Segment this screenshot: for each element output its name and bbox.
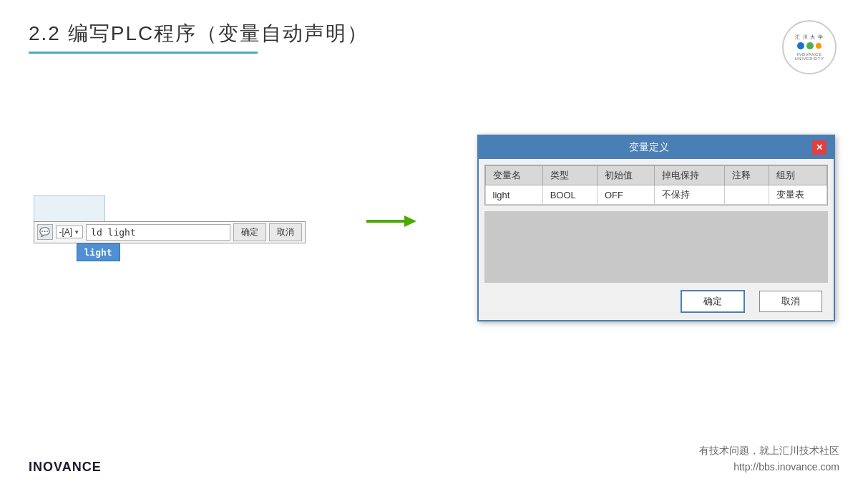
col-initial: 初始值	[597, 166, 654, 185]
footer-tagline2: http://bbs.inovance.com	[699, 459, 839, 475]
brand-name: INOVANCE	[29, 460, 102, 475]
footer-links: 有技术问题，就上汇川技术社区 http://bbs.inovance.com	[699, 442, 839, 475]
dialog-title: 变量定义	[486, 141, 812, 154]
main-content: 💬 -[A] ▼ ld light 确定 取消 light 变量定义 ✕	[0, 92, 868, 336]
title-underline	[29, 52, 258, 54]
footer-tagline1: 有技术问题，就上汇川技术社区	[699, 442, 839, 458]
ide-input-row: 💬 -[A] ▼ ld light 确定 取消	[34, 221, 306, 243]
table-row: light BOOL OFF 不保持 变量表	[485, 185, 826, 205]
table-body: light BOOL OFF 不保持 变量表	[485, 185, 826, 205]
dialog-table-area: 变量名 类型 初始值 掉电保持 注释 组别 light BOOL OFF 不保持	[484, 165, 828, 205]
dot-orange	[816, 43, 821, 49]
university-logo: 汇 川 大 学 INOVANCE UNIVERSITY	[782, 20, 837, 74]
cell-comment	[724, 185, 769, 205]
dot-green	[806, 42, 814, 49]
ide-panel: 💬 -[A] ▼ ld light 确定 取消 light	[34, 195, 306, 261]
col-persist: 掉电保持	[655, 166, 725, 185]
variable-table: 变量名 类型 初始值 掉电保持 注释 组别 light BOOL OFF 不保持	[485, 165, 827, 205]
cell-group: 变量表	[769, 185, 826, 205]
col-comment: 注释	[724, 166, 769, 185]
ide-type-dropdown[interactable]: -[A] ▼	[56, 226, 84, 238]
variable-definition-dialog: 变量定义 ✕ 变量名 类型 初始值 掉电保持 注释 组别 ligh	[477, 135, 835, 321]
page-footer: INOVANCE 有技术问题，就上汇川技术社区 http://bbs.inova…	[0, 442, 868, 475]
svg-marker-1	[404, 216, 416, 227]
dialog-confirm-button[interactable]: 确定	[681, 290, 745, 313]
logo-area: 汇 川 大 学 INOVANCE UNIVERSITY	[782, 20, 839, 77]
col-varname: 变量名	[485, 166, 542, 185]
dropdown-arrow-icon: ▼	[74, 229, 79, 236]
dialog-titlebar: 变量定义 ✕	[479, 136, 834, 159]
page-title: 2.2 编写PLC程序（变量自动声明）	[29, 20, 369, 47]
dialog-cancel-button[interactable]: 取消	[759, 291, 822, 312]
arrow-container	[363, 207, 420, 236]
col-group: 组别	[769, 166, 826, 185]
dialog-footer: 确定 取消	[479, 283, 834, 320]
cell-initial: OFF	[597, 185, 654, 205]
cell-varname: light	[485, 185, 542, 205]
ide-text-field[interactable]: ld light	[86, 224, 230, 241]
dot-blue	[797, 42, 804, 49]
arrow-icon	[363, 207, 420, 236]
ide-contact-bar	[34, 195, 105, 221]
cell-persist: 不保持	[655, 185, 725, 205]
ide-cancel-button[interactable]: 取消	[269, 223, 302, 241]
ide-autocomplete-suggestion[interactable]: light	[77, 243, 120, 261]
table-header: 变量名 类型 初始值 掉电保持 注释 组别	[485, 166, 826, 185]
dialog-close-button[interactable]: ✕	[812, 140, 826, 155]
col-type: 类型	[542, 166, 597, 185]
ide-confirm-button[interactable]: 确定	[233, 223, 266, 241]
ide-chat-icon: 💬	[37, 224, 53, 240]
page-header: 2.2 编写PLC程序（变量自动声明） 汇 川 大 学 INOVANCE UNI…	[0, 0, 868, 77]
table-header-row: 变量名 类型 初始值 掉电保持 注释 组别	[485, 166, 826, 185]
cell-type: BOOL	[542, 185, 597, 205]
dialog-empty-area	[484, 211, 828, 283]
title-block: 2.2 编写PLC程序（变量自动声明）	[29, 20, 369, 54]
